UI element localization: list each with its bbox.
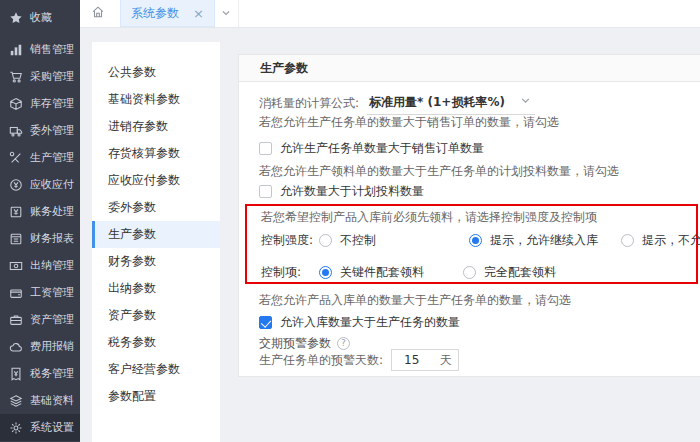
panel-body: 消耗量的计算公式: 标准用量* (1+损耗率%) 若您允许生产任务单的数量大于销…	[239, 82, 700, 376]
tax-icon	[9, 366, 24, 381]
tab-system-params[interactable]: 系统参数 ×	[120, 0, 215, 27]
radio-button[interactable]	[469, 234, 482, 247]
wallet-icon	[9, 285, 24, 300]
sidebar-item-label: 生产管理	[30, 150, 74, 165]
production-params-panel: 生产参数 消耗量的计算公式: 标准用量* (1+损耗率%) 若您允许生产任务单的…	[238, 54, 700, 377]
checkbox-label: 允许数量大于计划投料数量	[280, 183, 424, 200]
briefcase-icon	[9, 312, 24, 327]
home-icon	[91, 5, 105, 22]
param-nav-item-11[interactable]: 客户经营参数	[92, 356, 220, 383]
warning-days-label: 生产任务单的预警天数:	[259, 352, 383, 369]
sidebar-item-4[interactable]: 委外管理	[0, 117, 80, 144]
calc-icon	[9, 204, 24, 219]
coin-icon	[9, 177, 24, 192]
annotation-red-box: 若您希望控制产品入库前必须先领料，请选择控制强度及控制项 控制强度: 不控制提示…	[245, 204, 698, 284]
sidebar-item-label: 应收应付	[30, 177, 74, 192]
report-icon	[9, 231, 24, 246]
sidebar-item-label: 库存管理	[30, 96, 74, 111]
sidebar-item-8[interactable]: 财务报表	[0, 225, 80, 252]
sidebar-item-9[interactable]: 出纳管理	[0, 252, 80, 279]
radio-label: 提示，允许继续入库	[490, 232, 598, 249]
control-strength-option-2[interactable]: 提示，不允许入库	[621, 230, 700, 250]
param-nav-item-7[interactable]: 财务参数	[92, 248, 220, 275]
sidebar-item-11[interactable]: 资产管理	[0, 306, 80, 333]
param-nav-item-8[interactable]: 出纳参数	[92, 275, 220, 302]
sidebar-item-5[interactable]: 生产管理	[0, 144, 80, 171]
parameter-nav: 公共参数基础资料参数进销存参数存货核算参数应收应付参数委外参数生产参数财务参数出…	[92, 42, 220, 442]
chart-icon	[9, 42, 24, 57]
sidebar-item-label: 费用报销	[30, 339, 74, 354]
close-icon[interactable]: ×	[193, 6, 204, 21]
sidebar-item-label: 委外管理	[30, 123, 74, 138]
param-nav-item-2[interactable]: 进销存参数	[92, 113, 220, 140]
checkbox-label: 允许生产任务单数量大于销售订单数量	[280, 140, 484, 157]
sidebar-item-label: 账务处理	[30, 204, 74, 219]
radio-button[interactable]	[319, 234, 332, 247]
page-title: 生产参数	[239, 55, 700, 82]
param-nav-item-0[interactable]: 公共参数	[92, 59, 220, 86]
checkbox-inbound-qty[interactable]	[259, 316, 272, 329]
warning-days-unit: 天	[440, 352, 452, 369]
param-nav-item-5[interactable]: 委外参数	[92, 194, 220, 221]
sidebar-item-2[interactable]: 采购管理	[0, 63, 80, 90]
radio-button[interactable]	[463, 266, 476, 279]
sidebar-item-3[interactable]: 库存管理	[0, 90, 80, 117]
sidebar-item-label: 财务报表	[30, 231, 74, 246]
checkbox-row-inbound-qty: 允许入库数量大于生产任务的数量	[259, 312, 460, 332]
checkbox-task-qty[interactable]	[259, 142, 272, 155]
param-nav-item-4[interactable]: 应收应付参数	[92, 167, 220, 194]
hint-control-intake: 若您希望控制产品入库前必须先领料，请选择控制强度及控制项	[261, 207, 597, 227]
sidebar-item-label: 税务管理	[30, 366, 74, 381]
sidebar-item-15[interactable]: 系统设置	[0, 414, 80, 441]
formula-selected-value: 标准用量* (1+损耗率%)	[369, 94, 505, 111]
truck-icon	[9, 123, 24, 138]
control-item-option-1[interactable]: 完全配套领料	[463, 262, 556, 282]
hint-inbound-vs-task: 若您允许产品入库单的数量大于生产任务单的数量，请勾选	[259, 290, 571, 310]
control-strength-option-0[interactable]: 不控制	[319, 230, 376, 250]
checkbox-row-plan-qty: 允许数量大于计划投料数量	[259, 181, 424, 201]
control-item-options: 关键件配套领料完全配套领料	[247, 262, 700, 282]
param-nav-item-12[interactable]: 参数配置	[92, 383, 220, 410]
param-nav-item-3[interactable]: 存货核算参数	[92, 140, 220, 167]
radio-label: 关键件配套领料	[340, 264, 424, 281]
sidebar-item-label: 资产管理	[30, 312, 74, 327]
warning-days-input[interactable]: 15 天	[391, 349, 459, 371]
sidebar-item-label: 销售管理	[30, 42, 74, 57]
hint-task-vs-sales: 若您允许生产任务单的数量大于销售订单的数量，请勾选	[259, 112, 559, 132]
param-nav-item-9[interactable]: 资产参数	[92, 302, 220, 329]
warning-days-value: 15	[404, 353, 440, 367]
sidebar-item-1[interactable]: 销售管理	[0, 36, 80, 63]
control-strength-options: 不控制提示，允许继续入库提示，不允许入库	[247, 230, 700, 250]
control-item-option-0[interactable]: 关键件配套领料	[319, 262, 424, 282]
sidebar-item-label: 收藏	[30, 10, 52, 25]
param-nav-item-6[interactable]: 生产参数	[92, 221, 220, 248]
radio-label: 不控制	[340, 232, 376, 249]
help-icon[interactable]: ?	[337, 337, 350, 350]
checkbox-plan-qty[interactable]	[259, 185, 272, 198]
sidebar-item-label: 基础资料	[30, 393, 74, 408]
param-nav-item-10[interactable]: 税务参数	[92, 329, 220, 356]
tab-list-dropdown-button[interactable]	[215, 0, 239, 27]
home-button[interactable]	[80, 0, 116, 27]
box-icon	[9, 96, 24, 111]
sidebar-item-6[interactable]: 应收应付	[0, 171, 80, 198]
sidebar-item-label: 系统设置	[30, 420, 74, 435]
sidebar-item-7[interactable]: 账务处理	[0, 198, 80, 225]
sidebar-item-12[interactable]: 费用报销	[0, 333, 80, 360]
radio-button[interactable]	[621, 234, 634, 247]
sidebar-item-13[interactable]: 税务管理	[0, 360, 80, 387]
sidebar-item-0[interactable]: 收藏	[0, 4, 80, 31]
sidebar-item-label: 出纳管理	[30, 258, 74, 273]
warning-days-row: 生产任务单的预警天数: 15 天	[259, 350, 459, 370]
chevron-down-icon	[520, 95, 531, 109]
checkbox-row-task-qty: 允许生产任务单数量大于销售订单数量	[259, 138, 484, 158]
radio-label: 完全配套领料	[484, 264, 556, 281]
tab-bar: 系统参数 ×	[80, 0, 700, 28]
control-strength-option-1[interactable]: 提示，允许继续入库	[469, 230, 598, 250]
sidebar-item-14[interactable]: 基础资料	[0, 387, 80, 414]
sidebar-item-10[interactable]: 工资管理	[0, 279, 80, 306]
param-nav-item-1[interactable]: 基础资料参数	[92, 86, 220, 113]
sidebar-item-label: 采购管理	[30, 69, 74, 84]
radio-button[interactable]	[319, 266, 332, 279]
chevron-down-icon	[221, 7, 231, 21]
